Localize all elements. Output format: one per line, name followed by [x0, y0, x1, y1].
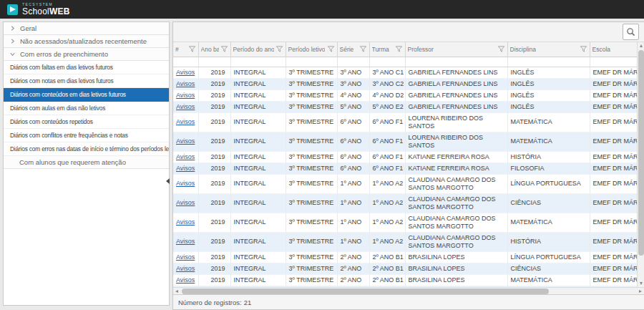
column-header-escola[interactable]: Escola [590, 42, 637, 57]
scroll-left-button[interactable] [173, 288, 180, 295]
filter-cell[interactable] [369, 57, 405, 67]
column-header-link[interactable]: # [173, 42, 198, 57]
table-row: Avisos2019INTEGRAL3º TRIMESTRE4º ANO4º A… [173, 89, 637, 101]
cell-serie: 5º ANO [337, 101, 369, 112]
filter-icon[interactable] [395, 45, 403, 53]
cell-turma: 6º ANO F1 [369, 112, 405, 132]
avisos-link[interactable]: Avisos [176, 69, 195, 76]
cell-periodo_letivo: 3º TRIMESTRE [286, 232, 337, 251]
column-header-disciplina[interactable]: Disciplina [507, 42, 590, 57]
scroll-up-button[interactable] [638, 42, 644, 49]
cell-link: Avisos [173, 193, 198, 213]
filter-icon[interactable] [359, 45, 367, 53]
filter-cell[interactable] [286, 57, 337, 67]
avisos-link[interactable]: Avisos [176, 276, 195, 284]
avisos-link[interactable]: Avisos [176, 238, 195, 245]
column-header-turma[interactable]: Turma [369, 42, 405, 57]
cell-link: Avisos [173, 132, 198, 151]
avisos-link[interactable]: Avisos [176, 165, 195, 172]
cell-periodo_ano: INTEGRAL [230, 112, 286, 132]
accordion-section-com-alunos[interactable]: Com alunos que requerem atenção [4, 156, 169, 169]
cell-professor: LOURENA RIBEIRO DOS SANTOS [405, 112, 507, 132]
column-header-ano[interactable]: Ano base [198, 42, 230, 57]
cell-escola: EMEF DR MÁRIO VE... [590, 67, 637, 78]
avisos-link[interactable]: Avisos [176, 218, 195, 226]
vertical-scrollbar[interactable] [637, 42, 644, 287]
avisos-link[interactable]: Avisos [176, 103, 195, 110]
cell-link: Avisos [173, 151, 198, 163]
accordion-section-com-erros[interactable]: Com erros de preenchimento [4, 48, 169, 61]
sidebar-item[interactable]: Diários com conteúdos em dias letivos fu… [4, 88, 169, 102]
table-row: Avisos2019INTEGRAL3º TRIMESTRE6º ANO6º A… [173, 112, 637, 132]
horizontal-scroll-thumb[interactable] [182, 289, 549, 294]
sidebar-collapse-handle[interactable] [166, 178, 170, 184]
avisos-link[interactable]: Avisos [176, 199, 195, 206]
filter-cell[interactable] [230, 57, 286, 67]
avisos-link[interactable]: Avisos [176, 180, 195, 187]
cell-escola: EMEF DR MÁRIO VE... [590, 163, 637, 174]
column-label: Série [340, 46, 354, 53]
filter-cell[interactable] [405, 57, 507, 67]
sidebar-item[interactable]: Diários com notas em dias letivos futuro… [4, 74, 169, 88]
column-header-periodo_letivo[interactable]: Período letivo [286, 42, 337, 57]
sidebar-item[interactable]: Diários com conteúdos repetidos [4, 115, 169, 129]
cell-professor: GABRIELA FERNANDES LINS [405, 89, 507, 101]
cell-professor: CLAUDIANA CAMARGO DOS SANTOS MARGOTTO [405, 232, 507, 251]
filter-cell[interactable] [337, 57, 369, 67]
cell-disciplina: LÍNGUA PORTUGUESA [507, 174, 590, 193]
column-header-periodo_ano[interactable]: Período do ano [230, 42, 286, 57]
avisos-link[interactable]: Avisos [176, 137, 195, 145]
accordion-section-nao-acessados[interactable]: Não acessados/atualizados recentemente [4, 35, 169, 48]
cell-ano: 2019 [198, 67, 230, 78]
cell-serie: 6º ANO [337, 163, 369, 174]
scroll-right-button[interactable] [637, 288, 644, 295]
column-label: Período letivo [288, 46, 326, 53]
sidebar-item[interactable]: Diários com erros nas datas de início e … [4, 142, 169, 156]
cell-escola: EMEF DR MÁRIO VE... [590, 263, 637, 274]
filter-cell[interactable] [590, 57, 637, 67]
column-header-professor[interactable]: Professor [405, 42, 507, 57]
filter-cell[interactable] [198, 57, 230, 67]
avisos-link[interactable]: Avisos [176, 92, 195, 99]
filter-icon[interactable] [327, 45, 335, 53]
cell-professor: CLAUDIANA CAMARGO DOS SANTOS MARGOTTO [405, 213, 507, 232]
filter-icon[interactable] [275, 45, 283, 53]
avisos-link[interactable]: Avisos [176, 80, 195, 87]
table-row: Avisos2019INTEGRAL3º TRIMESTRE2º ANO2º A… [173, 251, 637, 263]
accordion-section-geral[interactable]: Geral [4, 22, 169, 35]
filter-icon[interactable] [497, 45, 505, 53]
table-row: Avisos2019INTEGRAL3º TRIMESTRE1º ANO1º A… [173, 193, 637, 213]
horizontal-scrollbar[interactable] [173, 287, 644, 294]
sidebar-item[interactable]: Diários com faltas em dias letivos futur… [4, 61, 169, 74]
section-label: Não acessados/atualizados recentemente [20, 37, 147, 45]
search-button[interactable] [623, 24, 639, 40]
cell-disciplina: INGLÊS [507, 101, 590, 112]
scroll-down-button[interactable] [638, 280, 644, 287]
sidebar-item[interactable]: Diários com aulas em dias não letivos [4, 102, 169, 115]
table-row: Avisos2019INTEGRAL3º TRIMESTRE6º ANO6º A… [173, 132, 637, 151]
filter-icon[interactable] [220, 45, 228, 53]
filter-cell[interactable] [507, 57, 590, 67]
column-header-serie[interactable]: Série [337, 42, 369, 57]
schoolweb-logo-icon [7, 4, 18, 15]
avisos-link[interactable]: Avisos [176, 253, 195, 261]
chevron-right-icon [9, 25, 16, 32]
section-label: Com erros de preenchimento [20, 50, 108, 58]
filter-icon[interactable] [580, 45, 587, 53]
cell-serie: 2º ANO [337, 274, 369, 286]
filter-icon[interactable] [188, 45, 196, 53]
avisos-link[interactable]: Avisos [176, 118, 195, 125]
cell-disciplina: INGLÊS [507, 89, 590, 101]
column-label: # [175, 46, 179, 53]
grid-viewport: #Ano basePeríodo do anoPeríodo letivoSér… [173, 42, 644, 287]
avisos-link[interactable]: Avisos [176, 153, 195, 160]
cell-periodo_letivo: 3º TRIMESTRE [286, 163, 337, 174]
sidebar-item[interactable]: Diários com conflitos entre frequências … [4, 129, 169, 142]
cell-disciplina: MATEMÁTICA [507, 112, 590, 132]
vertical-scroll-thumb[interactable] [638, 50, 644, 256]
app-logo: TECSYSTEM SchoolWEB [22, 3, 70, 16]
avisos-link[interactable]: Avisos [176, 265, 195, 272]
filter-cell[interactable] [173, 57, 198, 67]
cell-professor: GABRIELA FERNANDES LINS [405, 67, 507, 78]
cell-periodo_ano: INTEGRAL [230, 232, 286, 251]
